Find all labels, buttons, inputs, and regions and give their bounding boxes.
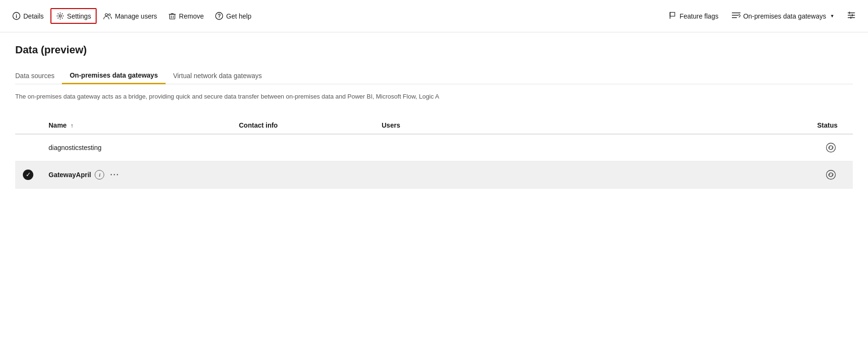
more-options-button[interactable]: ··· <box>108 170 121 180</box>
row-actions: GatewayApril i ··· <box>49 170 121 180</box>
table-row[interactable]: diagnosticstesting <box>15 134 853 161</box>
gateways-table: Name ↑ Contact info Users Status diagn <box>15 117 853 189</box>
manage-users-label: Manage users <box>115 12 157 20</box>
info-button[interactable]: i <box>95 170 104 180</box>
sync-status-icon <box>824 141 838 154</box>
contact-column-header: Contact info <box>231 117 374 134</box>
users-cell <box>374 134 469 161</box>
svg-point-4 <box>105 13 108 16</box>
manage-users-button[interactable]: Manage users <box>99 9 162 23</box>
contact-cell <box>231 161 374 188</box>
name-cell: diagnosticstesting <box>41 134 231 161</box>
description-text: The on-premises data gateway acts as a b… <box>15 92 853 101</box>
svg-point-24 <box>827 170 836 179</box>
gear-icon <box>56 12 64 20</box>
feature-flags-button[interactable]: Feature flags <box>664 9 723 23</box>
select-cell <box>15 134 41 161</box>
users-cell <box>374 161 469 188</box>
on-premises-label: On-premises data gateways <box>743 12 826 20</box>
name-cell: GatewayApril i ··· <box>41 161 231 188</box>
filter-panel-button[interactable] <box>842 8 860 24</box>
status-cell <box>469 161 853 188</box>
users-header-label: Users <box>382 121 400 129</box>
svg-point-10 <box>216 12 223 20</box>
gateway-name: GatewayApril <box>49 171 91 179</box>
page-title: Data (preview) <box>15 44 853 56</box>
remove-button[interactable]: Remove <box>164 10 208 23</box>
svg-rect-12 <box>670 12 675 16</box>
details-label: Details <box>23 12 44 20</box>
flag-icon <box>669 11 677 20</box>
toolbar: Details Settings Manage us <box>0 0 868 32</box>
on-premises-dropdown-button[interactable]: On-premises data gateways ▾ <box>727 9 838 23</box>
svg-rect-6 <box>170 14 175 19</box>
table-row[interactable]: ✓ GatewayApril i ··· <box>15 161 853 188</box>
status-cell <box>469 134 853 161</box>
main-content: Data (preview) Data sources On-premises … <box>0 32 868 200</box>
name-header-label: Name <box>49 121 67 129</box>
help-icon <box>215 12 223 20</box>
toolbar-right: Feature flags On-premises data gateways … <box>664 8 860 24</box>
sort-asc-icon: ↑ <box>70 122 73 129</box>
people-icon <box>103 12 112 20</box>
sync-status-icon <box>824 168 838 181</box>
users-column-header: Users <box>374 117 469 134</box>
contact-header-label: Contact info <box>239 121 278 129</box>
filter-icon <box>847 11 856 21</box>
svg-point-2 <box>16 14 17 15</box>
onprem-icon <box>732 12 740 20</box>
gateway-name: diagnosticstesting <box>49 144 101 151</box>
svg-point-5 <box>108 14 110 16</box>
status-header-label: Status <box>817 121 838 129</box>
details-button[interactable]: Details <box>8 9 49 23</box>
tab-on-premises[interactable]: On-premises data gateways <box>62 68 165 84</box>
tab-virtual-network[interactable]: Virtual network data gateways <box>166 68 270 84</box>
toolbar-left: Details Settings Manage us <box>8 8 664 24</box>
tab-data-sources[interactable]: Data sources <box>15 68 62 84</box>
remove-label: Remove <box>179 12 204 20</box>
settings-button[interactable]: Settings <box>50 8 97 24</box>
details-icon <box>12 12 20 20</box>
table-header-row: Name ↑ Contact info Users Status <box>15 117 853 134</box>
svg-point-11 <box>219 17 219 18</box>
selected-checkmark-icon: ✓ <box>23 170 33 180</box>
status-column-header: Status <box>469 117 853 134</box>
dropdown-chevron-icon: ▾ <box>831 13 834 19</box>
select-cell: ✓ <box>15 161 41 188</box>
contact-cell <box>231 134 374 161</box>
select-column-header <box>15 117 41 134</box>
tab-bar: Data sources On-premises data gateways V… <box>15 68 853 84</box>
get-help-button[interactable]: Get help <box>210 9 256 23</box>
settings-label: Settings <box>67 12 91 20</box>
name-column-header[interactable]: Name ↑ <box>41 117 231 134</box>
get-help-label: Get help <box>226 12 251 20</box>
trash-icon <box>168 12 176 20</box>
svg-point-3 <box>59 15 61 17</box>
svg-point-23 <box>827 143 836 152</box>
feature-flags-label: Feature flags <box>680 12 719 20</box>
